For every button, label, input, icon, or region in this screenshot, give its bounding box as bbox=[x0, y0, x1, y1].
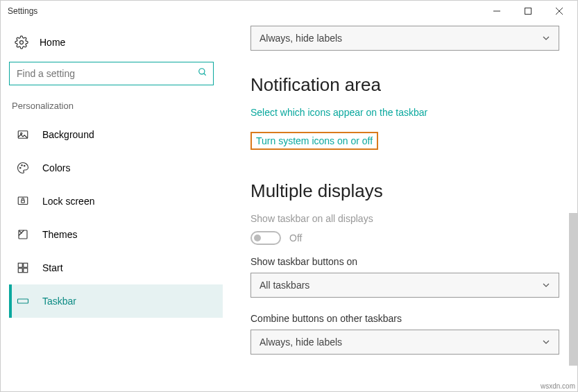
dropdown-value: Always, hide labels bbox=[260, 33, 342, 44]
chevron-down-icon bbox=[542, 338, 550, 346]
home-nav[interactable]: Home bbox=[9, 27, 223, 62]
notification-area-heading: Notification area bbox=[250, 74, 552, 96]
sidebar-item-taskbar[interactable]: Taskbar bbox=[9, 284, 223, 318]
svg-rect-1 bbox=[525, 8, 531, 15]
maximize-button[interactable] bbox=[512, 1, 543, 21]
svg-line-6 bbox=[204, 74, 206, 76]
sidebar-item-label: Background bbox=[42, 129, 94, 140]
svg-rect-18 bbox=[24, 269, 28, 273]
chevron-down-icon bbox=[542, 281, 550, 289]
sidebar-item-themes[interactable]: Themes bbox=[9, 218, 223, 251]
sidebar-item-label: Lock screen bbox=[42, 196, 94, 207]
select-icons-link[interactable]: Select which icons appear on the taskbar bbox=[250, 107, 552, 118]
home-label: Home bbox=[40, 37, 65, 48]
show-all-displays-toggle-row: Off bbox=[250, 231, 552, 245]
sidebar-item-colors[interactable]: Colors bbox=[9, 151, 223, 185]
svg-rect-17 bbox=[18, 269, 22, 273]
svg-point-5 bbox=[199, 69, 205, 74]
svg-point-9 bbox=[20, 167, 22, 169]
svg-rect-16 bbox=[24, 263, 28, 267]
svg-rect-15 bbox=[18, 263, 22, 267]
window-controls bbox=[481, 1, 575, 21]
svg-point-10 bbox=[22, 165, 23, 167]
toggle-state-label: Off bbox=[289, 232, 302, 244]
chevron-down-icon bbox=[542, 34, 550, 42]
sidebar-item-label: Themes bbox=[42, 229, 78, 240]
start-icon bbox=[16, 261, 30, 275]
svg-point-4 bbox=[20, 41, 24, 44]
sidebar-item-lock-screen[interactable]: Lock screen bbox=[9, 185, 223, 218]
section-label: Personalization bbox=[9, 98, 223, 118]
window-title: Settings bbox=[8, 6, 481, 16]
search-icon bbox=[198, 67, 207, 80]
themes-icon bbox=[16, 228, 30, 241]
dropdown-value: Always, hide labels bbox=[260, 336, 342, 348]
close-button[interactable] bbox=[543, 1, 575, 21]
main-panel: Always, hide labels Notification area Se… bbox=[223, 22, 577, 391]
show-buttons-dropdown[interactable]: All taskbars bbox=[250, 273, 559, 298]
sidebar-item-label: Taskbar bbox=[42, 296, 76, 307]
gear-icon bbox=[15, 35, 28, 49]
window-titlebar: Settings bbox=[1, 1, 577, 22]
svg-rect-19 bbox=[18, 299, 28, 303]
multiple-displays-heading: Multiple displays bbox=[250, 180, 552, 202]
turn-system-icons-link[interactable]: Turn system icons on or off bbox=[250, 132, 378, 150]
watermark: wsxdn.com bbox=[541, 382, 575, 390]
sidebar-item-start[interactable]: Start bbox=[9, 251, 223, 284]
lock-screen-icon bbox=[16, 194, 30, 208]
combine-buttons-dropdown-top[interactable]: Always, hide labels bbox=[250, 26, 559, 51]
sidebar-item-label: Colors bbox=[42, 162, 70, 173]
svg-point-11 bbox=[24, 165, 26, 167]
colors-icon bbox=[16, 161, 30, 175]
background-icon bbox=[16, 128, 30, 142]
taskbar-icon bbox=[16, 294, 30, 308]
sidebar-item-label: Start bbox=[42, 262, 63, 273]
svg-rect-13 bbox=[22, 201, 25, 203]
sidebar-item-background[interactable]: Background bbox=[9, 118, 223, 151]
sidebar: Home Personalization Background Colors L… bbox=[1, 22, 223, 391]
search-field[interactable] bbox=[15, 67, 198, 80]
search-input[interactable] bbox=[9, 62, 214, 85]
show-buttons-label: Show taskbar buttons on bbox=[250, 256, 552, 267]
show-all-displays-label: Show taskbar on all displays bbox=[250, 213, 552, 224]
combine-other-dropdown[interactable]: Always, hide labels bbox=[250, 330, 559, 355]
minimize-button[interactable] bbox=[481, 1, 512, 21]
scrollbar-thumb[interactable] bbox=[569, 213, 577, 366]
dropdown-value: All taskbars bbox=[260, 280, 309, 291]
combine-other-label: Combine buttons on other taskbars bbox=[250, 313, 552, 324]
show-all-displays-toggle[interactable] bbox=[250, 231, 281, 245]
